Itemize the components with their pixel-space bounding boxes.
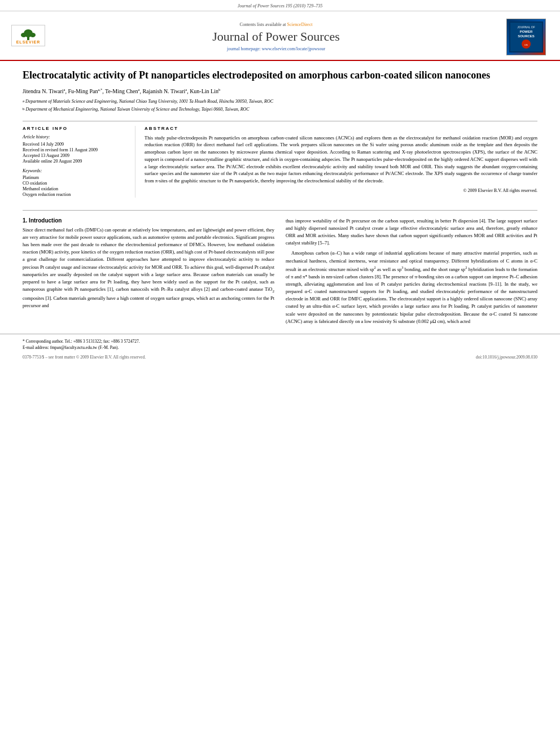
journal-citation: Journal of Power Sources 195 (2010) 729–… xyxy=(0,0,560,11)
received-date: Received 14 July 2009 xyxy=(23,142,126,147)
svg-point-2 xyxy=(21,33,27,37)
issn-line: 0378-7753/$ – see front matter © 2009 El… xyxy=(23,355,146,360)
svg-text:SOURCES: SOURCES xyxy=(518,34,535,38)
intro-right-text: thus improve wetability of the Pt precur… xyxy=(286,217,537,325)
journal-title: Journal of Power Sources xyxy=(49,29,504,44)
footer-bottom: 0378-7753/$ – see front matter © 2009 El… xyxy=(0,351,560,362)
journal-homepage-line: journal homepage: www.elsevier.com/locat… xyxy=(49,46,504,51)
authors-line: Jitendra N. Tiwaria, Fu-Ming Pana,*, Te-… xyxy=(23,88,537,94)
article-area: Electrocatalytic activity of Pt nanopart… xyxy=(0,61,560,203)
elsevier-tree-icon xyxy=(17,28,40,40)
keywords-label: Keywords: xyxy=(23,168,126,173)
elsevier-logo-section: ELSEVIER xyxy=(11,25,49,49)
article-info-col: ARTICLE INFO Article history: Received 1… xyxy=(23,126,135,198)
body-left-col: 1. Introduction Since direct methanol fu… xyxy=(23,217,274,328)
info-abstract-section: ARTICLE INFO Article history: Received 1… xyxy=(23,121,537,198)
received-revised-date: Received in revised form 11 August 2009 xyxy=(23,147,126,152)
sciencedirect-link[interactable]: ScienceDirect xyxy=(287,22,313,27)
intro-left-text: Since direct methanol fuel cells (DMFCs)… xyxy=(23,226,274,309)
elsevier-logo-box: ELSEVIER xyxy=(11,25,45,46)
copyright-line: © 2009 Elsevier B.V. All rights reserved… xyxy=(145,188,537,193)
doi-line: doi:10.1016/j.jpowsour.2009.08.030 xyxy=(476,355,537,360)
article-info-label: ARTICLE INFO xyxy=(23,126,126,131)
svg-point-3 xyxy=(30,33,36,37)
body-right-col: thus improve wetability of the Pt precur… xyxy=(286,217,537,328)
svg-text:JOURNAL OF: JOURNAL OF xyxy=(517,25,535,29)
affiliations: a Department of Materials Science and En… xyxy=(23,98,537,113)
elsevier-label: ELSEVIER xyxy=(16,40,41,44)
keyword-platinum: Platinum xyxy=(23,175,126,180)
keyword-oxygen-reduction: Oxygen reduction reaction xyxy=(23,192,126,197)
abstract-col: ABSTRACT This study pulse-electrodeposit… xyxy=(135,126,537,198)
journal-url[interactable]: www.elsevier.com/locate/jpowsour xyxy=(262,46,325,51)
elsevier-logo: ELSEVIER xyxy=(11,25,49,46)
footer-notes: * Corresponding author. Tel.: +886 3 513… xyxy=(0,334,560,350)
abstract-label: ABSTRACT xyxy=(145,126,537,131)
journal-header: ELSEVIER Contents lists available at Sci… xyxy=(0,11,560,61)
email-note: E-mail address: fmpan@faculty.nctu.edu.t… xyxy=(23,345,537,350)
keyword-co-oxidation: CO oxidation xyxy=(23,181,126,186)
available-date: Available online 20 August 2009 xyxy=(23,159,126,164)
abstract-text: This study pulse-electrodeposits Pt nano… xyxy=(145,134,537,185)
intro-heading: 1. Introduction xyxy=(23,217,274,224)
page: Journal of Power Sources 195 (2010) 729–… xyxy=(0,0,560,747)
body-section: 1. Introduction Since direct methanol fu… xyxy=(0,217,560,328)
svg-text:195: 195 xyxy=(524,43,528,46)
svg-text:POWER: POWER xyxy=(520,30,533,33)
keyword-methanol-oxidation: Methanol oxidation xyxy=(23,186,126,191)
section-divider xyxy=(23,210,537,211)
contents-available-line: Contents lists available at ScienceDirec… xyxy=(49,22,504,27)
journal-cover-section: JOURNAL OF POWER SOURCES 195 xyxy=(504,17,549,56)
accepted-date: Accepted 13 August 2009 xyxy=(23,153,126,158)
cover-image-icon: JOURNAL OF POWER SOURCES 195 xyxy=(509,21,543,53)
journal-cover-thumbnail: JOURNAL OF POWER SOURCES 195 xyxy=(506,19,546,55)
history-label: Article history: xyxy=(23,134,126,139)
affiliation-a: a Department of Materials Science and En… xyxy=(23,98,537,105)
journal-title-section: Contents lists available at ScienceDirec… xyxy=(49,22,504,51)
corresponding-note: * Corresponding author. Tel.: +886 3 513… xyxy=(23,339,537,344)
affiliation-b: b Department of Mechanical Engineering, … xyxy=(23,106,537,113)
article-title: Electrocatalytic activity of Pt nanopart… xyxy=(23,69,537,82)
